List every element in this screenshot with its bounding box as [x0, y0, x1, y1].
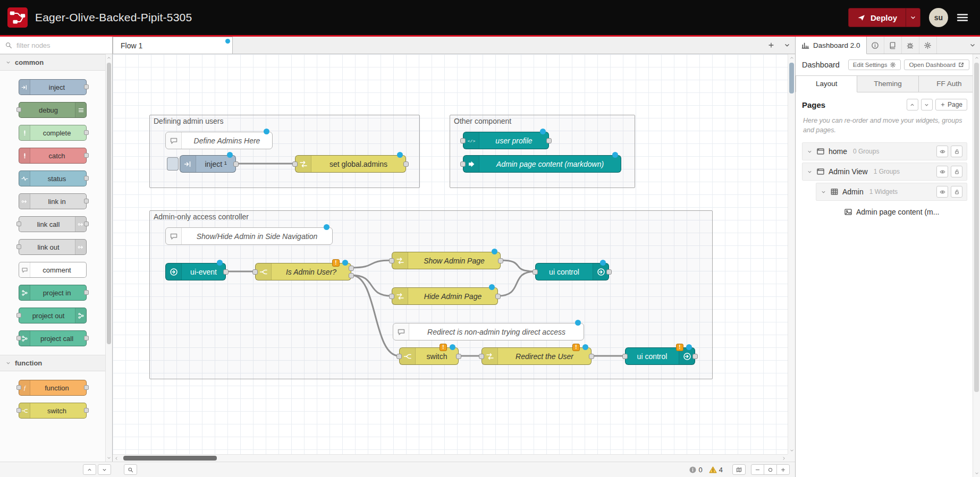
output-port[interactable] [495, 294, 501, 299]
node-ui-control-top[interactable]: ui control [535, 263, 609, 280]
add-page-button[interactable]: Page [935, 99, 967, 110]
error-count[interactable]: 0 [689, 466, 703, 474]
zoom-in-button[interactable] [776, 464, 790, 475]
node-comment-define-admins[interactable]: Define Admins Here [165, 132, 273, 149]
wire[interactable] [498, 271, 535, 296]
node-set-global-admins[interactable]: set global.admins [295, 155, 406, 173]
palette-node-status[interactable]: status [19, 171, 87, 186]
node-ui-control-bottom[interactable]: ui control! [625, 347, 695, 365]
output-port-1[interactable] [349, 266, 354, 271]
palette-search-input[interactable] [15, 41, 107, 50]
sidebar-tab-info[interactable] [867, 37, 884, 54]
visibility-toggle-button[interactable] [936, 146, 948, 157]
lock-toggle-button[interactable] [951, 166, 962, 177]
expand-all-button[interactable] [98, 464, 111, 475]
input-port[interactable] [252, 269, 258, 275]
open-dashboard-button[interactable]: Open Dashboard [904, 59, 969, 70]
node-is-admin-user[interactable]: Is Admin User?! [255, 263, 351, 280]
tree-row-admin[interactable]: Admin1 Widgets [816, 183, 967, 201]
palette-node-catch[interactable]: catch [19, 148, 87, 164]
input-port[interactable] [622, 354, 628, 359]
palette-node-function[interactable]: ffunction [19, 380, 87, 396]
sidebar-tab-debug[interactable] [902, 37, 919, 54]
scrollbar-thumb[interactable] [123, 456, 217, 461]
sidebar-tab-help[interactable] [884, 37, 902, 54]
scrollbar-thumb[interactable] [789, 63, 794, 93]
canvas-horizontal-scrollbar[interactable] [113, 454, 788, 462]
warning-count[interactable]: 4 [709, 466, 723, 474]
tab-ff-auth[interactable]: FF Auth [919, 75, 980, 92]
sidebar-tab-menu-button[interactable] [965, 37, 980, 54]
wire[interactable] [351, 275, 399, 356]
scrollbar-thumb[interactable] [974, 63, 979, 392]
wire[interactable] [351, 260, 392, 268]
palette-category-common[interactable]: common [0, 54, 105, 71]
collapse-all-button[interactable] [83, 464, 96, 475]
output-port[interactable] [403, 161, 409, 167]
node-show-admin-page[interactable]: Show Admin Page [392, 252, 501, 269]
node-redirect-the-user[interactable]: Redirect the User! [481, 347, 592, 365]
lock-toggle-button[interactable] [951, 146, 962, 157]
input-port[interactable] [389, 258, 394, 263]
palette-node-project-call[interactable]: project call [19, 330, 87, 346]
scrollbar-thumb[interactable] [107, 63, 111, 344]
canvas-vertical-scrollbar[interactable] [788, 54, 795, 454]
palette-node-link-call[interactable]: link call [19, 216, 87, 232]
node-switch[interactable]: switch! [399, 347, 459, 365]
tree-row-admin-page-content-widget[interactable]: Admin page content (m... [830, 203, 967, 221]
output-port[interactable] [456, 354, 461, 359]
navigator-toggle-button[interactable] [732, 464, 746, 475]
output-port[interactable] [606, 269, 612, 275]
wire[interactable] [351, 275, 392, 296]
node-admin-page-content[interactable]: Admin page content (markdown) [463, 155, 621, 173]
input-port[interactable] [533, 269, 538, 275]
visibility-toggle-button[interactable] [936, 186, 948, 198]
palette-node-comment[interactable]: comment [19, 262, 87, 278]
palette-search[interactable] [0, 37, 113, 54]
node-user-profile[interactable]: </>user profile [463, 132, 549, 149]
sidebar-tab-dashboard[interactable]: Dashboard 2.0 [796, 37, 867, 54]
input-port[interactable] [396, 354, 402, 359]
flow-list-button[interactable] [779, 37, 795, 54]
palette-node-complete[interactable]: complete [19, 125, 87, 141]
tree-row-home[interactable]: home0 Groups [802, 142, 967, 160]
palette-node-project-in[interactable]: project in [19, 285, 87, 301]
move-down-button[interactable] [921, 99, 933, 110]
palette-category-function[interactable]: function [0, 355, 105, 371]
inject-trigger-button[interactable] [167, 157, 179, 171]
move-up-button[interactable] [907, 99, 918, 110]
output-port-2[interactable] [349, 273, 354, 278]
output-port[interactable] [498, 258, 503, 263]
output-port[interactable] [589, 354, 594, 359]
search-flows-button[interactable] [124, 464, 137, 475]
tab-layout[interactable]: Layout [796, 75, 857, 92]
palette-node-link-out[interactable]: link out [19, 239, 87, 255]
zoom-reset-button[interactable] [764, 464, 777, 475]
output-port[interactable] [223, 269, 229, 275]
add-flow-button[interactable] [763, 37, 779, 54]
palette-node-inject[interactable]: inject [19, 79, 87, 95]
visibility-toggle-button[interactable] [936, 166, 948, 177]
main-menu-button[interactable] [957, 12, 970, 23]
wire[interactable] [501, 260, 535, 271]
flow-tab[interactable]: Flow 1 [113, 37, 233, 54]
deploy-button[interactable]: Deploy [848, 8, 906, 27]
flow-canvas[interactable]: Defining admin usersOther componentAdmin… [113, 54, 788, 454]
input-port[interactable] [479, 354, 484, 359]
lock-toggle-button[interactable] [951, 186, 962, 198]
palette-scrollbar[interactable] [105, 54, 112, 462]
output-port[interactable] [233, 161, 239, 167]
input-port[interactable] [389, 294, 394, 299]
deploy-options-button[interactable] [906, 8, 920, 27]
user-avatar[interactable]: su [929, 8, 948, 27]
input-port[interactable] [292, 161, 298, 167]
tree-row-admin-view[interactable]: Admin View1 Groups [802, 163, 967, 181]
node-inject-1[interactable]: inject ¹ [180, 155, 236, 173]
zoom-out-button[interactable] [751, 464, 764, 475]
node-red-logo[interactable] [7, 7, 28, 28]
input-port[interactable] [460, 161, 466, 167]
palette-node-switch[interactable]: switch [19, 403, 87, 419]
node-hide-admin-page[interactable]: Hide Admin Page [392, 287, 498, 305]
palette-node-debug[interactable]: debug [19, 102, 87, 118]
palette-node-link-in[interactable]: link in [19, 193, 87, 209]
